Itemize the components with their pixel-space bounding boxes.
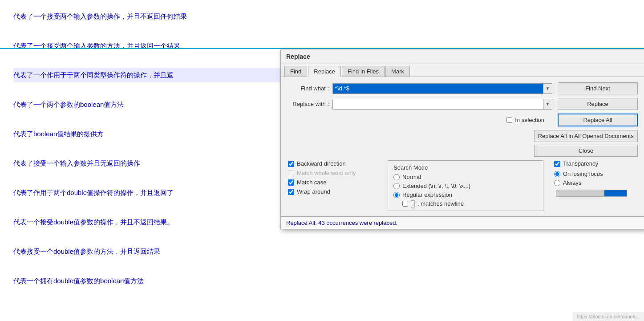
replace-all-button[interactable]: Replace All xyxy=(558,114,638,126)
dialog-body: Find what : ▼ Find Next Replace with : ▼… xyxy=(281,77,644,216)
find-what-input[interactable] xyxy=(332,83,543,94)
extended-radio-row: Extended (\n, \r, \t, \0, \x...) xyxy=(393,183,538,189)
regex-radio-row: Regular expression xyxy=(393,191,538,198)
replace-with-input[interactable] xyxy=(332,99,543,110)
dialog-titlebar: Replace xyxy=(281,49,644,64)
match-case-label: Match case xyxy=(297,179,326,186)
replace-dialog: Replace Find Replace Find in Files Mark … xyxy=(280,49,644,229)
editor-line xyxy=(13,259,631,273)
wrap-around-checkbox[interactable] xyxy=(288,189,294,195)
tab-replace[interactable]: Replace xyxy=(308,66,341,77)
search-mode-title: Search Mode xyxy=(393,164,538,171)
url-display: https://blog.csdn.net/dangb... xyxy=(577,314,640,319)
extended-radio[interactable] xyxy=(393,183,400,189)
transparency-slider-container xyxy=(554,190,638,198)
status-bar: https://blog.csdn.net/dangb... xyxy=(572,312,644,321)
on-losing-focus-label: On losing focus xyxy=(563,171,603,177)
editor-line: 代表了一个接受两个输入参数的操作，并且不返回任何结果 xyxy=(13,9,631,24)
backward-direction-label: Backward direction xyxy=(297,160,346,167)
find-what-input-area: ▼ xyxy=(332,83,552,94)
transparency-section: Transparency On losing focus Always xyxy=(549,160,638,211)
transparency-label: Transparency xyxy=(563,160,598,167)
tab-find-in-files[interactable]: Find in Files xyxy=(342,66,385,77)
tab-mark[interactable]: Mark xyxy=(385,66,410,77)
find-what-row: Find what : ▼ Find Next xyxy=(288,82,638,94)
find-next-button[interactable]: Find Next xyxy=(558,82,638,94)
on-losing-focus-radio[interactable] xyxy=(554,171,560,177)
match-case-checkbox[interactable] xyxy=(288,179,294,186)
find-what-label: Find what : xyxy=(288,85,332,92)
match-case-row: Match case xyxy=(288,179,382,186)
replace-all-opened-button[interactable]: Replace All in All Opened Documents xyxy=(534,130,638,142)
normal-radio[interactable] xyxy=(393,174,400,180)
find-what-dropdown[interactable]: ▼ xyxy=(543,83,552,94)
matches-newline-row: . . matches newline xyxy=(402,200,538,207)
match-whole-word-row: Match whole word only xyxy=(288,170,382,176)
backward-direction-checkbox[interactable] xyxy=(288,161,294,167)
transparency-title-row: Transparency xyxy=(554,160,638,167)
backward-direction-row: Backward direction xyxy=(288,160,382,167)
replace-with-row: Replace with : ▼ Replace xyxy=(288,98,638,110)
right-buttons-top: Find Next xyxy=(558,82,638,94)
editor-line: 代表一个拥有double值参数的boolean值方法 xyxy=(13,273,631,288)
close-button[interactable]: Close xyxy=(534,145,638,157)
checkboxes-section: Backward direction Match whole word only… xyxy=(288,160,382,211)
in-selection-checkbox[interactable] xyxy=(506,117,512,123)
transparency-checkbox[interactable] xyxy=(554,161,560,167)
match-whole-word-label: Match whole word only xyxy=(297,170,356,176)
on-losing-focus-row: On losing focus xyxy=(554,171,638,177)
matches-newline-checkbox[interactable] xyxy=(402,201,408,207)
dialog-title: Replace xyxy=(286,53,310,60)
wrap-around-row: Wrap around xyxy=(288,188,382,195)
replace-with-dropdown[interactable]: ▼ xyxy=(543,99,552,110)
matches-newline-label: . . matches newline xyxy=(411,200,464,207)
search-mode-box: Search Mode Normal Extended (\n, \r, \t,… xyxy=(388,160,543,211)
editor-line xyxy=(13,229,631,244)
editor-line xyxy=(13,24,631,38)
replace-all-buttons: Replace All xyxy=(558,114,638,126)
options-section: Backward direction Match whole word only… xyxy=(288,160,638,211)
regex-label: Regular expression xyxy=(402,191,452,198)
editor-line: 代表接受一个double值参数的方法，并且返回结果 xyxy=(13,244,631,259)
right-buttons-mid: Replace xyxy=(558,98,638,110)
wrap-around-label: Wrap around xyxy=(297,188,330,195)
match-whole-word-checkbox[interactable] xyxy=(288,170,294,176)
normal-radio-row: Normal xyxy=(393,174,538,180)
always-radio[interactable] xyxy=(554,180,560,186)
extended-label: Extended (\n, \r, \t, \0, \x...) xyxy=(402,183,470,189)
replace-with-label: Replace with : xyxy=(288,101,332,107)
dialog-tabs: Find Replace Find in Files Mark xyxy=(281,64,644,77)
normal-label: Normal xyxy=(402,174,421,180)
replace-with-input-area: ▼ xyxy=(332,99,552,110)
in-selection-label: In selection xyxy=(515,117,544,123)
tab-find[interactable]: Find xyxy=(284,66,307,77)
replace-button[interactable]: Replace xyxy=(558,98,638,110)
regex-radio[interactable] xyxy=(393,192,400,198)
always-label: Always xyxy=(563,179,581,186)
status-text: Replace All: 43 occurrences were replace… xyxy=(286,219,397,226)
transparency-slider[interactable] xyxy=(556,190,627,197)
always-radio-row: Always xyxy=(554,179,638,186)
dialog-status: Replace All: 43 occurrences were replace… xyxy=(281,216,644,229)
